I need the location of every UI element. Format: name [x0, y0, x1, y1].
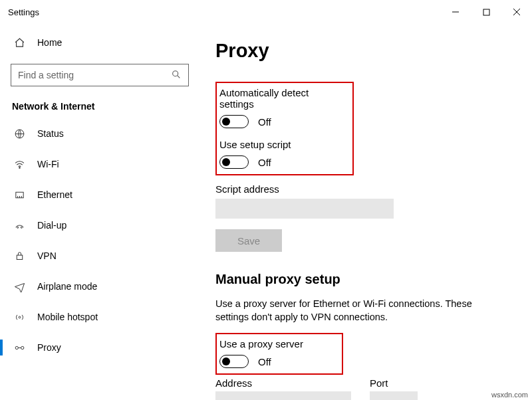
setup-script-label: Use setup script: [219, 139, 346, 150]
sidebar-item-hotspot[interactable]: Mobile hotspot: [0, 302, 200, 332]
manual-setup-description: Use a proxy server for Ethernet or Wi-Fi…: [215, 298, 495, 324]
svg-point-14: [21, 346, 23, 349]
address-label: Address: [215, 377, 351, 389]
svg-point-4: [173, 70, 178, 76]
sidebar-item-label: Airplane mode: [37, 281, 97, 292]
wifi-icon: [13, 159, 25, 170]
highlight-box-manual: Use a proxy server Off: [215, 333, 343, 375]
svg-point-7: [19, 167, 19, 167]
sidebar-item-label: Dial-up: [37, 220, 66, 231]
vpn-icon: [13, 250, 25, 262]
home-icon: [13, 37, 25, 49]
search-input[interactable]: Find a setting: [11, 64, 189, 86]
sidebar-group-heading: Network & Internet: [12, 101, 200, 112]
watermark: wsxdn.com: [491, 391, 528, 399]
use-proxy-label: Use a proxy server: [219, 338, 335, 350]
search-placeholder: Find a setting: [18, 70, 74, 80]
address-input[interactable]: [215, 391, 351, 400]
close-button[interactable]: [501, 0, 532, 24]
svg-line-5: [178, 75, 180, 78]
page-content: Proxy Automatically detect settings Off …: [200, 24, 532, 400]
port-input[interactable]: [370, 391, 418, 400]
use-proxy-toggle[interactable]: [219, 355, 249, 368]
sidebar-home[interactable]: Home: [0, 33, 200, 52]
auto-detect-state: Off: [258, 116, 271, 128]
sidebar-item-proxy[interactable]: Proxy: [0, 332, 200, 363]
svg-rect-1: [483, 9, 489, 15]
sidebar-item-wifi[interactable]: Wi-Fi: [0, 149, 200, 179]
window-title: Settings: [8, 7, 39, 17]
script-address-label: Script address: [215, 183, 508, 195]
sidebar-item-label: VPN: [37, 250, 57, 261]
ethernet-icon: [13, 189, 25, 201]
svg-rect-11: [17, 255, 23, 259]
minimize-button[interactable]: [440, 0, 471, 24]
highlight-box-auto: Automatically detect settings Off Use se…: [215, 82, 354, 175]
sidebar-item-label: Mobile hotspot: [37, 312, 98, 322]
script-address-input[interactable]: [215, 199, 394, 219]
page-title: Proxy: [215, 40, 508, 62]
sidebar-item-airplane[interactable]: Airplane mode: [0, 271, 200, 302]
dialup-icon: [13, 220, 25, 231]
globe-icon: [13, 128, 25, 140]
sidebar: Home Find a setting Network & Internet S…: [0, 24, 200, 400]
save-button-label: Save: [237, 235, 260, 247]
sidebar-home-label: Home: [37, 37, 62, 48]
manual-setup-heading: Manual proxy setup: [215, 272, 508, 287]
setup-script-state: Off: [258, 157, 271, 168]
sidebar-item-ethernet[interactable]: Ethernet: [0, 179, 200, 210]
search-icon: [171, 69, 182, 82]
maximize-button[interactable]: [471, 0, 501, 24]
sidebar-item-dialup[interactable]: Dial-up: [0, 210, 200, 241]
airplane-icon: [13, 281, 25, 292]
sidebar-item-status[interactable]: Status: [0, 118, 200, 149]
sidebar-item-label: Proxy: [37, 342, 61, 353]
window-titlebar: Settings: [0, 0, 532, 24]
proxy-icon: [13, 342, 25, 353]
auto-detect-label: Automatically detect settings: [219, 87, 346, 110]
sidebar-item-label: Wi-Fi: [37, 159, 59, 169]
svg-point-10: [21, 227, 22, 228]
svg-point-9: [17, 227, 18, 228]
auto-detect-toggle[interactable]: [219, 115, 249, 128]
save-button[interactable]: Save: [215, 229, 282, 252]
sidebar-item-label: Ethernet: [37, 189, 72, 200]
svg-point-12: [19, 316, 21, 318]
port-label: Port: [370, 377, 418, 389]
sidebar-item-vpn[interactable]: VPN: [0, 241, 200, 271]
svg-point-13: [15, 346, 18, 349]
hotspot-icon: [13, 312, 25, 323]
sidebar-item-label: Status: [37, 128, 64, 139]
use-proxy-state: Off: [258, 356, 271, 367]
setup-script-toggle[interactable]: [219, 155, 249, 169]
sidebar-nav: Status Wi-Fi Ethernet Dial-up: [0, 118, 200, 363]
